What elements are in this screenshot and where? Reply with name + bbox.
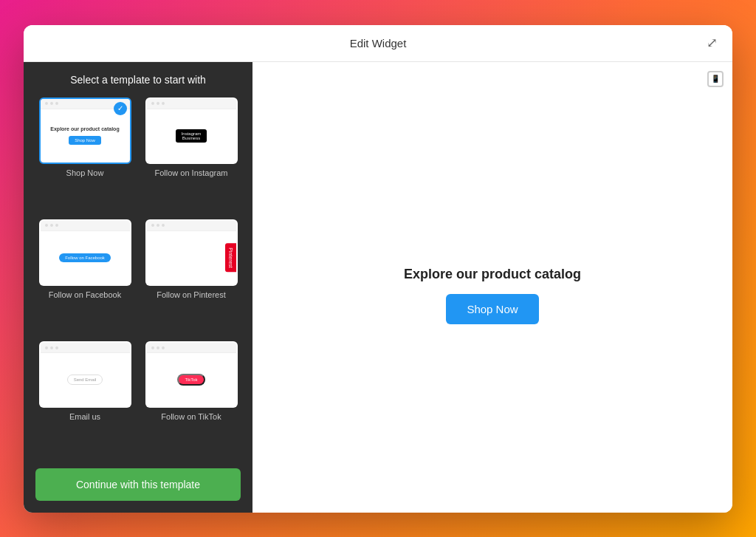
panel-heading: Select a template to start with: [35, 74, 241, 86]
mini-dot-ig-3: [162, 102, 165, 105]
mini-content-email: Send Email: [41, 353, 130, 406]
modal-title: Edit Widget: [350, 37, 407, 49]
templates-grid: ✓ Explore our product catalog Shop Now: [35, 98, 241, 456]
mini-browser-pinterest: Pinterest: [147, 221, 236, 284]
template-item-email[interactable]: Send Email Email us: [35, 341, 134, 456]
pinterest-badge: Pinterest: [225, 243, 236, 273]
mini-dot-pin-3: [162, 224, 165, 227]
mini-dot-3: [55, 102, 58, 105]
template-label-pinterest: Follow on Pinterest: [157, 290, 226, 299]
mini-dot-email-3: [55, 346, 58, 349]
left-panel: Select a template to start with ✓: [24, 62, 252, 513]
template-label-email: Email us: [69, 412, 100, 421]
mini-btn-facebook: Follow on Facebook: [59, 253, 111, 262]
mini-dot-pin-2: [157, 224, 159, 227]
mini-btn-email: Send Email: [67, 374, 103, 385]
preview-shop-now-button[interactable]: Shop Now: [446, 294, 538, 324]
template-item-facebook[interactable]: Follow on Facebook Follow on Facebook: [35, 219, 134, 334]
template-thumb-facebook[interactable]: Follow on Facebook: [39, 219, 131, 286]
preview-area: Explore our product catalog Shop Now: [261, 87, 724, 504]
template-label-instagram: Follow on Instagram: [154, 168, 227, 177]
right-panel: 📱 Explore our product catalog Shop Now: [252, 62, 732, 513]
mini-content-tiktok: TikTok: [147, 353, 236, 406]
mini-dot-1: [45, 102, 48, 105]
template-label-shop-now: Shop Now: [66, 168, 104, 177]
mini-text-shop-now: Explore our product catalog: [50, 126, 119, 131]
mini-dot-tt-3: [162, 346, 165, 349]
mini-dot-ig-2: [157, 102, 159, 105]
template-label-facebook: Follow on Facebook: [49, 290, 121, 299]
selected-checkmark: ✓: [114, 102, 127, 115]
template-thumb-shop-now[interactable]: ✓ Explore our product catalog Shop Now: [39, 98, 131, 164]
template-thumb-email[interactable]: Send Email: [39, 341, 131, 408]
template-thumb-pinterest[interactable]: Pinterest: [145, 219, 238, 286]
modal-header: Edit Widget ⤢: [24, 25, 732, 62]
template-item-tiktok[interactable]: TikTok Follow on TikTok: [142, 341, 241, 456]
expand-button[interactable]: ⤢: [704, 33, 721, 52]
mini-browser-bar-fb: [41, 221, 130, 231]
template-item-instagram[interactable]: InstagramBusiness Follow on Instagram: [142, 98, 241, 212]
mini-dot-pin-1: [151, 224, 154, 227]
mini-dot-2: [50, 102, 53, 105]
mini-dot-fb-3: [55, 224, 58, 227]
modal-body: Select a template to start with ✓: [24, 62, 732, 513]
mini-content-shop-now: Explore our product catalog Shop Now: [41, 109, 130, 163]
mini-browser-email: Send Email: [41, 343, 130, 406]
template-thumb-instagram[interactable]: InstagramBusiness: [145, 98, 238, 164]
mini-dot-ig-1: [151, 102, 154, 105]
mini-dot-fb-2: [50, 224, 53, 227]
edit-widget-modal: Edit Widget ⤢ Select a template to start…: [24, 25, 732, 513]
mini-browser-bar-tt: [147, 343, 236, 353]
mini-dot-fb-1: [45, 224, 48, 227]
mini-dot-email-2: [50, 346, 53, 349]
mini-dot-tt-1: [151, 346, 154, 349]
mini-dot-tt-2: [157, 346, 159, 349]
template-thumb-tiktok[interactable]: TikTok: [145, 341, 238, 408]
template-item-pinterest[interactable]: Pinterest Follow on Pinterest: [142, 219, 241, 334]
continue-button[interactable]: Continue with this template: [35, 468, 241, 501]
mini-browser-bar-email: [41, 343, 130, 353]
mini-browser-instagram: InstagramBusiness: [147, 99, 236, 163]
preview-title: Explore our product catalog: [404, 267, 581, 282]
mini-content-instagram: InstagramBusiness: [147, 109, 236, 163]
template-item-shop-now[interactable]: ✓ Explore our product catalog Shop Now: [35, 98, 134, 212]
mini-browser-bar-ig: [147, 99, 236, 109]
mini-dot-email-1: [45, 346, 48, 349]
mini-content-facebook: Follow on Facebook: [41, 231, 130, 284]
template-label-tiktok: Follow on TikTok: [161, 412, 221, 421]
mini-btn-tiktok: TikTok: [177, 374, 205, 386]
mini-browser-tiktok: TikTok: [147, 343, 236, 406]
instagram-badge: InstagramBusiness: [176, 129, 207, 143]
mini-browser-bar-pin: [147, 221, 236, 231]
mini-content-pinterest: Pinterest: [147, 231, 236, 284]
mobile-view-toggle[interactable]: 📱: [707, 71, 724, 87]
mini-browser-facebook: Follow on Facebook: [41, 221, 130, 284]
mini-btn-shop-now: Shop Now: [69, 136, 101, 145]
